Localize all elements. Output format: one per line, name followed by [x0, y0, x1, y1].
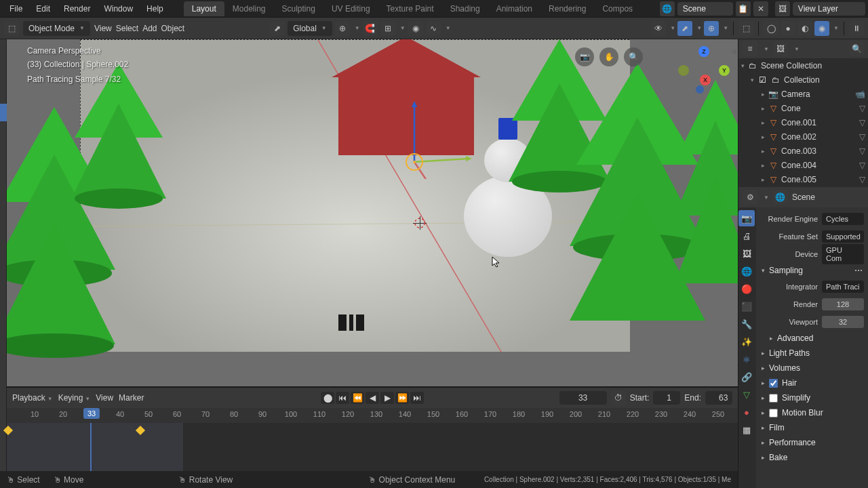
- shading-wireframe-icon[interactable]: ◯: [764, 21, 778, 36]
- orientation-dropdown[interactable]: Global▼: [288, 21, 332, 36]
- snap-type-icon[interactable]: ⊞: [380, 21, 395, 36]
- pause-render-icon[interactable]: ⏸: [849, 21, 864, 36]
- hair-checkbox[interactable]: [769, 379, 778, 388]
- lightpaths-panel[interactable]: ▸Light Paths: [756, 346, 868, 361]
- menu-help[interactable]: Help: [140, 4, 170, 14]
- outliner-cone004[interactable]: Cone.004: [781, 161, 816, 170]
- bake-panel[interactable]: ▸Bake: [756, 450, 868, 465]
- axis-y-icon[interactable]: Y: [719, 65, 730, 76]
- tab-modeling[interactable]: Modeling: [224, 1, 274, 16]
- shading-matprev-icon[interactable]: ◐: [797, 21, 812, 36]
- start-frame-field[interactable]: 1: [653, 391, 680, 405]
- orientation-icon[interactable]: ⬈: [270, 21, 285, 36]
- render-engine-field[interactable]: Cycles: [822, 213, 864, 225]
- xray-icon[interactable]: ⬚: [738, 21, 753, 36]
- hdr-select[interactable]: Select: [116, 24, 138, 33]
- outliner[interactable]: ▾🗀Scene Collection ▾☑🗀Collection ▸📷Camer…: [738, 58, 868, 187]
- autokey-icon[interactable]: ⬤: [321, 392, 334, 404]
- jump-start-icon[interactable]: ⏮: [336, 392, 349, 404]
- editor-type-icon[interactable]: ⬚: [4, 21, 19, 36]
- propedit-icon[interactable]: ◉: [408, 21, 423, 36]
- tab-particles-icon[interactable]: ✨: [738, 333, 755, 350]
- menu-edit[interactable]: Edit: [29, 4, 57, 14]
- hdr-view[interactable]: View: [94, 24, 112, 33]
- tab-rendering[interactable]: Rendering: [540, 1, 594, 16]
- tab-mesh-icon[interactable]: ▽: [738, 386, 755, 403]
- tl-view-menu[interactable]: View: [96, 393, 113, 403]
- shading-solid-icon[interactable]: ●: [781, 21, 795, 36]
- viewport-samples-field[interactable]: 32: [822, 316, 864, 328]
- tab-modifiers-icon[interactable]: 🔧: [738, 316, 755, 332]
- transform-gizmo[interactable]: [401, 98, 482, 179]
- propedit-falloff-icon[interactable]: ∿: [426, 21, 441, 36]
- outliner-cone003[interactable]: Cone.003: [781, 146, 816, 156]
- axis-z-icon[interactable]: Z: [698, 46, 709, 57]
- sampling-panel[interactable]: ▾Sampling⋯: [756, 263, 868, 278]
- axis-neg-icon[interactable]: [678, 65, 689, 76]
- tab-viewlayer-icon[interactable]: 🖼: [738, 245, 755, 262]
- performance-panel[interactable]: ▸Performance: [756, 435, 868, 450]
- keyframe-next-icon[interactable]: ⏩: [395, 392, 409, 404]
- device-field[interactable]: GPU Com: [822, 244, 864, 264]
- props-editor-icon[interactable]: ⚙: [743, 190, 757, 205]
- 3d-viewport[interactable]: Camera Perspective (33) Collection | Sph…: [7, 39, 738, 386]
- end-frame-field[interactable]: 63: [705, 391, 732, 405]
- render-samples-field[interactable]: 128: [822, 298, 864, 310]
- menu-window[interactable]: Window: [97, 4, 140, 14]
- outliner-scene-collection[interactable]: Scene Collection: [761, 61, 822, 70]
- zoom-view-icon[interactable]: 🔍: [624, 47, 643, 66]
- keyframe-prev-icon[interactable]: ⏪: [351, 392, 364, 404]
- tab-material-icon[interactable]: ●: [738, 404, 755, 420]
- outliner-cone005[interactable]: Cone.005: [781, 175, 816, 184]
- tab-texture-icon[interactable]: ▦: [738, 422, 755, 438]
- film-panel[interactable]: ▸Film: [756, 420, 868, 435]
- outliner-display-icon[interactable]: 🖼: [773, 41, 788, 56]
- outliner-cone002[interactable]: Cone.002: [781, 132, 816, 142]
- featureset-field[interactable]: Supported: [822, 230, 864, 243]
- snap-icon[interactable]: 🧲: [363, 21, 378, 36]
- axis-x-icon[interactable]: X: [700, 75, 711, 85]
- volumes-panel[interactable]: ▸Volumes: [756, 361, 868, 375]
- axis-neg2-icon[interactable]: [696, 85, 704, 94]
- outliner-camera[interactable]: Camera: [781, 89, 810, 99]
- tab-animation[interactable]: Animation: [488, 1, 540, 16]
- menu-render[interactable]: Render: [57, 4, 97, 14]
- jump-end-icon[interactable]: ⏭: [410, 392, 424, 404]
- tab-object-icon[interactable]: ⬛: [738, 298, 755, 314]
- scene-new-icon[interactable]: 📋: [736, 1, 751, 16]
- shading-rendered-icon[interactable]: ◉: [814, 21, 829, 36]
- advanced-panel[interactable]: ▸Advanced: [756, 331, 868, 346]
- outliner-collection[interactable]: Collection: [784, 75, 820, 85]
- current-frame-field[interactable]: 33: [559, 391, 607, 405]
- tab-compos[interactable]: Compos: [594, 1, 641, 16]
- tab-uv[interactable]: UV Editing: [323, 1, 378, 16]
- props-scene-name[interactable]: Scene: [792, 192, 815, 202]
- tl-marker-menu[interactable]: Marker: [119, 393, 144, 403]
- play-reverse-icon[interactable]: ◀: [366, 392, 379, 404]
- viewlayer-browse-icon[interactable]: 🖼: [775, 1, 790, 16]
- tab-constraints-icon[interactable]: 🔗: [738, 369, 755, 385]
- motionblur-panel[interactable]: ▸Motion Blur: [756, 405, 868, 420]
- hdr-object[interactable]: Object: [161, 24, 184, 33]
- timeline-ruler[interactable]: 1020304050607080901001101201301401501601…: [7, 408, 738, 423]
- camera-view-icon[interactable]: 📷: [575, 47, 594, 66]
- tab-render-icon[interactable]: 📷: [738, 210, 755, 226]
- scene-browse-icon[interactable]: 🌐: [660, 1, 675, 16]
- pan-view-icon[interactable]: ✋: [599, 47, 618, 66]
- hair-panel[interactable]: ▸Hair: [756, 375, 868, 390]
- mode-dropdown[interactable]: Object Mode▼: [23, 21, 90, 36]
- playback-menu[interactable]: Playback▼: [12, 393, 53, 403]
- tab-scene-icon[interactable]: 🌐: [738, 263, 755, 279]
- visibility-icon[interactable]: 👁: [651, 21, 666, 36]
- viewlayer-field[interactable]: View Layer: [793, 2, 865, 16]
- tab-tpaint[interactable]: Texture Paint: [378, 1, 442, 16]
- scene-datablock-icon[interactable]: 🌐: [773, 190, 788, 205]
- menu-file[interactable]: File: [3, 4, 29, 14]
- tab-shading[interactable]: Shading: [442, 1, 488, 16]
- tab-physics-icon[interactable]: ⚛: [738, 351, 755, 367]
- tab-world-icon[interactable]: 🔴: [738, 281, 755, 297]
- motionblur-checkbox[interactable]: [769, 409, 778, 418]
- gizmo-toggle-icon[interactable]: ⬈: [677, 21, 692, 36]
- play-icon[interactable]: ▶: [380, 392, 394, 404]
- scene-delete-icon[interactable]: ✕: [753, 1, 768, 16]
